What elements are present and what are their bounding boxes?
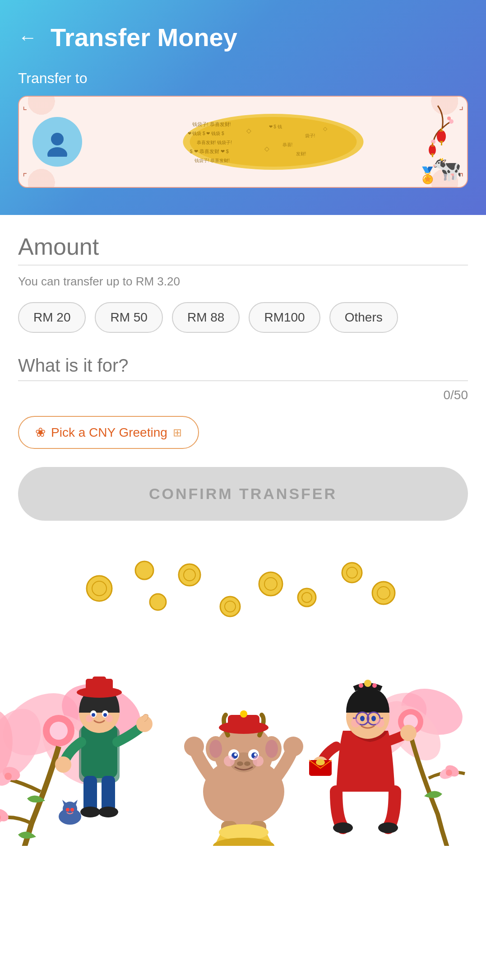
svg-point-54 xyxy=(179,564,200,586)
header: ← Transfer Money Transfer to ⌞ ⌟ ⌜ ⌝ 钱袋子… xyxy=(0,0,486,224)
svg-text:恭喜发财! 钱袋子!: 恭喜发财! 钱袋子! xyxy=(197,140,232,145)
grid-icon: ⊞ xyxy=(173,426,182,439)
svg-point-79 xyxy=(80,807,100,817)
svg-rect-68 xyxy=(93,677,106,681)
svg-rect-67 xyxy=(86,679,113,695)
svg-point-129 xyxy=(378,822,398,833)
svg-rect-22 xyxy=(440,141,443,142)
svg-point-132 xyxy=(298,588,316,607)
purpose-divider xyxy=(18,380,468,381)
svg-point-84 xyxy=(70,808,74,812)
svg-point-62 xyxy=(135,561,153,579)
gold-ingot-decoration: 🏅 xyxy=(418,166,438,185)
svg-rect-26 xyxy=(431,145,434,146)
amount-divider xyxy=(18,265,468,266)
svg-point-127 xyxy=(316,759,325,765)
svg-point-1 xyxy=(47,147,67,157)
main-content: You can transfer up to RM 3.20 RM 20 RM … xyxy=(0,215,486,846)
cny-right-decoration xyxy=(422,101,454,160)
svg-point-103 xyxy=(224,756,235,766)
recipient-card[interactable]: ⌞ ⌟ ⌜ ⌝ 钱袋子! 恭喜发财! ❤ 钱袋 $ ❤ 钱袋 $ 恭喜发财! 钱… xyxy=(18,96,468,188)
svg-text:$ ❤ 恭喜发财 ❤ $: $ ❤ 恭喜发财 ❤ $ xyxy=(190,149,229,154)
svg-point-74 xyxy=(106,715,113,722)
svg-point-124 xyxy=(400,725,417,741)
svg-point-80 xyxy=(98,807,118,817)
page-title: Transfer Money xyxy=(51,23,237,52)
svg-point-104 xyxy=(253,756,264,766)
svg-rect-21 xyxy=(440,131,443,131)
svg-point-20 xyxy=(437,130,446,143)
svg-point-123 xyxy=(375,719,384,728)
char-count: 0/50 xyxy=(18,388,468,402)
avatar xyxy=(32,117,82,167)
corner-tr-decoration: ⌟ xyxy=(459,100,463,112)
svg-text:钱袋子! 恭喜发财!: 钱袋子! 恭喜发财! xyxy=(194,158,230,163)
svg-point-134 xyxy=(150,594,166,610)
cny-doodle: 钱袋子! 恭喜发财! ❤ 钱袋 $ ❤ 钱袋 $ 恭喜发财! 钱袋子! $ ❤ … xyxy=(93,110,454,173)
transfer-to-label: Transfer to xyxy=(18,70,468,87)
amount-chip-others[interactable]: Others xyxy=(329,302,398,333)
svg-point-105 xyxy=(184,737,204,756)
purpose-section[interactable] xyxy=(18,351,468,380)
svg-point-56 xyxy=(259,572,282,596)
svg-text:◇: ◇ xyxy=(246,127,251,134)
svg-point-93 xyxy=(240,710,247,718)
svg-point-106 xyxy=(283,737,303,756)
form-section: You can transfer up to RM 3.20 RM 20 RM … xyxy=(0,215,486,552)
flower-icon: ❀ xyxy=(35,425,46,440)
svg-text:❤ $ 钱: ❤ $ 钱 xyxy=(269,124,282,129)
amount-input[interactable] xyxy=(18,229,468,265)
svg-point-71 xyxy=(92,713,95,717)
svg-rect-64 xyxy=(79,726,120,783)
svg-point-73 xyxy=(86,715,93,722)
corner-bl-decoration: ⌜ xyxy=(23,172,27,183)
confirm-transfer-button[interactable]: CONFIRM TRANSFER xyxy=(18,467,468,521)
svg-text:袋子!: 袋子! xyxy=(305,133,315,138)
svg-rect-23 xyxy=(441,142,442,145)
quick-amounts: RM 20 RM 50 RM 88 RM100 Others xyxy=(18,302,468,333)
svg-point-90 xyxy=(265,740,278,758)
svg-point-117 xyxy=(372,683,377,688)
svg-point-120 xyxy=(360,716,365,721)
svg-point-72 xyxy=(103,713,107,717)
svg-text:发财!: 发财! xyxy=(296,151,306,156)
svg-text:❤ 钱袋 $ ❤ 钱袋 $: ❤ 钱袋 $ ❤ 钱袋 $ xyxy=(188,131,224,136)
svg-point-60 xyxy=(372,582,395,604)
back-button[interactable]: ← xyxy=(18,27,37,48)
svg-point-51 xyxy=(446,770,452,776)
amount-chip-rm100[interactable]: RM100 xyxy=(249,302,320,333)
svg-point-122 xyxy=(351,719,360,728)
svg-point-121 xyxy=(371,716,376,721)
amount-chip-rm50[interactable]: RM 50 xyxy=(95,302,162,333)
svg-point-102 xyxy=(254,753,257,756)
svg-point-58 xyxy=(342,563,362,583)
svg-text:恭喜!: 恭喜! xyxy=(282,142,293,147)
cny-greeting-button[interactable]: ❀ Pick a CNY Greeting ⊞ xyxy=(18,416,199,449)
transfer-limit-text: You can transfer up to RM 3.20 xyxy=(18,275,468,289)
svg-point-52 xyxy=(87,576,112,601)
svg-text:钱袋子! 恭喜发财!: 钱袋子! 恭喜发财! xyxy=(192,121,231,127)
svg-point-96 xyxy=(244,761,250,766)
svg-point-95 xyxy=(237,761,243,766)
svg-point-128 xyxy=(333,822,353,833)
bottom-illustration xyxy=(0,552,486,846)
corner-tl-decoration: ⌞ xyxy=(23,100,27,112)
svg-point-116 xyxy=(359,683,363,688)
amount-chip-rm88[interactable]: RM 88 xyxy=(172,302,240,333)
svg-text:◇: ◇ xyxy=(323,126,328,132)
svg-point-101 xyxy=(234,753,237,756)
svg-point-83 xyxy=(66,808,69,812)
amount-input-area[interactable] xyxy=(18,229,468,265)
purpose-input[interactable] xyxy=(18,351,468,380)
svg-point-130 xyxy=(220,597,240,616)
svg-point-76 xyxy=(55,756,71,773)
svg-text:◇: ◇ xyxy=(264,145,269,152)
svg-point-36 xyxy=(50,722,68,740)
svg-point-39 xyxy=(5,773,12,780)
svg-point-89 xyxy=(209,740,222,758)
amount-chip-rm20[interactable]: RM 20 xyxy=(18,302,86,333)
svg-point-0 xyxy=(51,133,64,145)
cny-greeting-label: Pick a CNY Greeting xyxy=(51,425,167,440)
svg-point-115 xyxy=(364,680,371,687)
svg-point-17 xyxy=(447,117,451,120)
